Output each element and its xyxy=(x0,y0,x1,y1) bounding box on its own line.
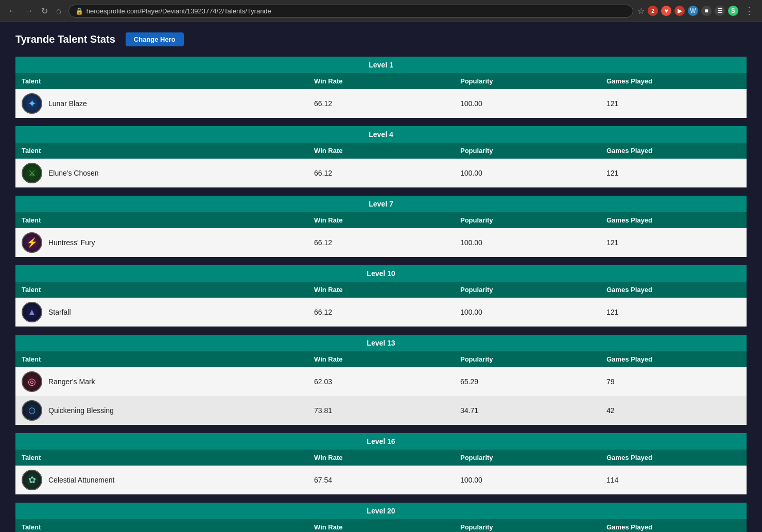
col-header-3: Games Played xyxy=(600,212,747,228)
col-header-1: Win Rate xyxy=(308,73,454,89)
extension-icon-3[interactable]: ▶ xyxy=(674,6,685,16)
level-header-4: Level 13 xyxy=(15,335,747,351)
col-header-3: Games Played xyxy=(600,282,747,298)
extension-icon-6[interactable]: ☰ xyxy=(715,6,725,16)
popularity-cell: 100.00 xyxy=(454,298,600,327)
page-header: Tyrande Talent Stats Change Hero xyxy=(15,32,747,46)
col-header-1: Win Rate xyxy=(308,351,454,367)
talent-icon xyxy=(22,163,42,183)
talent-name-cell: Ranger's Mark xyxy=(15,367,308,396)
col-header-2: Popularity xyxy=(454,519,600,532)
games-played-cell: 42 xyxy=(600,396,747,425)
address-bar[interactable]: 🔒 heroesprofile.com/Player/Deviant/13923… xyxy=(68,5,633,18)
col-header-1: Win Rate xyxy=(308,519,454,532)
talent-name: Ranger's Mark xyxy=(48,377,95,386)
nav-buttons: ← → ↻ ⌂ xyxy=(5,5,64,17)
col-header-1: Win Rate xyxy=(308,212,454,228)
win-rate-cell: 66.12 xyxy=(308,228,454,257)
win-rate-cell: 73.81 xyxy=(308,396,454,425)
talent-name-cell: Elune's Chosen xyxy=(15,159,308,187)
games-played-cell: 114 xyxy=(600,466,747,494)
extension-icon-4[interactable]: W xyxy=(688,6,698,16)
col-header-0: Talent xyxy=(15,519,308,532)
col-header-1: Win Rate xyxy=(308,282,454,298)
talent-name-cell: Starfall xyxy=(15,298,308,327)
talent-icon xyxy=(22,400,42,421)
profile-icon[interactable]: S xyxy=(728,6,738,16)
popularity-cell: 100.00 xyxy=(454,466,600,494)
talent-table-level-2: TalentWin RatePopularityGames PlayedHunt… xyxy=(15,212,747,257)
talent-table-level-6: TalentWin RatePopularityGames PlayedShoo… xyxy=(15,519,747,532)
table-row: Huntress' Fury66.12100.00121 xyxy=(15,228,747,257)
talent-name-cell: Lunar Blaze xyxy=(15,89,308,118)
level-header-2: Level 7 xyxy=(15,196,747,212)
extension-icon-5[interactable]: ■ xyxy=(701,6,712,16)
talent-table-level-5: TalentWin RatePopularityGames PlayedCele… xyxy=(15,450,747,494)
level-header-6: Level 20 xyxy=(15,503,747,519)
talent-name-cell: Quickening Blessing xyxy=(15,396,308,425)
col-header-0: Talent xyxy=(15,212,308,228)
table-row: Quickening Blessing73.8134.7142 xyxy=(15,396,747,425)
col-header-1: Win Rate xyxy=(308,143,454,159)
win-rate-cell: 66.12 xyxy=(308,89,454,118)
talent-name: Starfall xyxy=(48,308,71,316)
talent-name: Lunar Blaze xyxy=(48,99,87,108)
popularity-cell: 100.00 xyxy=(454,159,600,187)
table-row: Celestial Attunement67.54100.00114 xyxy=(15,466,747,494)
page-content: Tyrande Talent Stats Change Hero Level 1… xyxy=(0,22,762,532)
talent-table-level-1: TalentWin RatePopularityGames PlayedElun… xyxy=(15,143,747,187)
win-rate-cell: 62.03 xyxy=(308,367,454,396)
extension-icon-2[interactable]: ♥ xyxy=(661,6,671,16)
col-header-1: Win Rate xyxy=(308,450,454,466)
reload-button[interactable]: ↻ xyxy=(38,5,51,17)
col-header-0: Talent xyxy=(15,351,308,367)
home-button[interactable]: ⌂ xyxy=(53,5,64,17)
talent-name-cell: Celestial Attunement xyxy=(15,466,308,494)
browser-actions: ☆ 2 ♥ ▶ W ■ ☰ S ⋮ xyxy=(637,4,757,18)
col-header-2: Popularity xyxy=(454,143,600,159)
games-played-cell: 121 xyxy=(600,89,747,118)
lock-icon: 🔒 xyxy=(75,7,83,15)
games-played-cell: 121 xyxy=(600,298,747,327)
table-row: Ranger's Mark62.0365.2979 xyxy=(15,367,747,396)
page-title: Tyrande Talent Stats xyxy=(15,33,115,45)
col-header-3: Games Played xyxy=(600,450,747,466)
talent-table-level-4: TalentWin RatePopularityGames PlayedRang… xyxy=(15,351,747,425)
talent-name-cell: Huntress' Fury xyxy=(15,228,308,257)
back-button[interactable]: ← xyxy=(5,5,20,17)
col-header-0: Talent xyxy=(15,450,308,466)
forward-button[interactable]: → xyxy=(22,5,36,17)
talent-name: Quickening Blessing xyxy=(48,406,114,415)
col-header-3: Games Played xyxy=(600,143,747,159)
level-header-5: Level 16 xyxy=(15,433,747,450)
level-header-1: Level 4 xyxy=(15,126,747,143)
level-header-0: Level 1 xyxy=(15,57,747,73)
popularity-cell: 34.71 xyxy=(454,396,600,425)
col-header-2: Popularity xyxy=(454,450,600,466)
col-header-0: Talent xyxy=(15,143,308,159)
talent-name: Huntress' Fury xyxy=(48,238,95,247)
menu-button[interactable]: ⋮ xyxy=(741,4,757,18)
col-header-3: Games Played xyxy=(600,519,747,532)
popularity-cell: 65.29 xyxy=(454,367,600,396)
talent-icon xyxy=(22,93,42,114)
col-header-2: Popularity xyxy=(454,212,600,228)
col-header-2: Popularity xyxy=(454,282,600,298)
level-header-3: Level 10 xyxy=(15,265,747,282)
talent-tables-container: Level 1TalentWin RatePopularityGames Pla… xyxy=(15,57,747,532)
popularity-cell: 100.00 xyxy=(454,228,600,257)
games-played-cell: 121 xyxy=(600,159,747,187)
talent-icon xyxy=(22,302,42,322)
change-hero-button[interactable]: Change Hero xyxy=(126,32,184,46)
col-header-2: Popularity xyxy=(454,73,600,89)
extension-icon-1[interactable]: 2 xyxy=(648,6,658,16)
bookmark-icon[interactable]: ☆ xyxy=(637,6,645,16)
col-header-0: Talent xyxy=(15,73,308,89)
table-row: Lunar Blaze66.12100.00121 xyxy=(15,89,747,118)
games-played-cell: 79 xyxy=(600,367,747,396)
win-rate-cell: 66.12 xyxy=(308,298,454,327)
talent-table-level-3: TalentWin RatePopularityGames PlayedStar… xyxy=(15,282,747,327)
talent-icon xyxy=(22,371,42,392)
win-rate-cell: 66.12 xyxy=(308,159,454,187)
games-played-cell: 121 xyxy=(600,228,747,257)
